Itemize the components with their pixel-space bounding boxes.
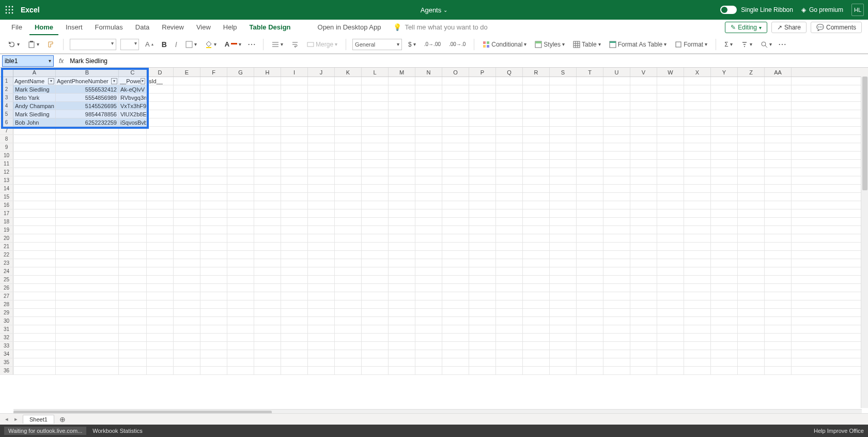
cell[interactable] <box>630 135 657 143</box>
row-header[interactable]: 26 <box>0 284 13 292</box>
cell[interactable] <box>577 309 603 317</box>
cell[interactable] <box>174 259 200 267</box>
cell[interactable] <box>13 176 56 184</box>
row-header[interactable]: 3 <box>0 94 13 101</box>
cell[interactable] <box>523 102 550 110</box>
cell[interactable] <box>415 218 442 225</box>
cell[interactable] <box>550 218 577 225</box>
cell[interactable] <box>765 284 792 292</box>
cell[interactable] <box>442 102 469 110</box>
cell[interactable] <box>469 292 496 300</box>
format-as-table-button[interactable]: Format As Table▾ <box>607 40 669 49</box>
cell[interactable] <box>56 267 119 275</box>
cell[interactable] <box>281 350 308 358</box>
cell[interactable] <box>577 350 603 358</box>
cell[interactable] <box>174 218 200 225</box>
cell[interactable] <box>550 276 577 283</box>
cell[interactable] <box>308 143 335 151</box>
cell[interactable] <box>684 267 711 275</box>
cell[interactable] <box>415 325 442 333</box>
cell[interactable] <box>577 193 603 201</box>
cell[interactable] <box>469 185 496 192</box>
cell[interactable] <box>657 234 684 242</box>
cell[interactable] <box>281 259 308 267</box>
row-header[interactable]: 23 <box>0 259 13 267</box>
cell[interactable] <box>174 317 200 325</box>
cell[interactable] <box>550 118 577 126</box>
cell[interactable] <box>657 367 684 374</box>
cell[interactable] <box>603 77 630 85</box>
cell[interactable] <box>174 284 200 292</box>
cell[interactable] <box>738 85 765 93</box>
cell[interactable] <box>469 77 496 85</box>
cell[interactable] <box>254 193 281 201</box>
cell[interactable] <box>523 143 550 151</box>
cell[interactable] <box>147 176 174 184</box>
cell[interactable] <box>577 276 603 283</box>
cell[interactable] <box>13 127 56 134</box>
cell[interactable] <box>254 325 281 333</box>
cell[interactable] <box>200 102 227 110</box>
app-launcher-icon[interactable] <box>4 5 14 15</box>
cell[interactable] <box>469 317 496 325</box>
row-header[interactable]: 34 <box>0 350 13 358</box>
row-header[interactable]: 18 <box>0 218 13 225</box>
cell[interactable] <box>711 367 738 374</box>
cell[interactable] <box>227 201 254 209</box>
cell[interactable] <box>254 160 281 168</box>
cell[interactable] <box>281 218 308 225</box>
cell[interactable] <box>56 143 119 151</box>
cell[interactable] <box>577 185 603 192</box>
cell[interactable] <box>389 85 415 93</box>
cell[interactable] <box>630 127 657 134</box>
cell[interactable] <box>765 226 792 234</box>
cell[interactable] <box>119 292 147 300</box>
cell[interactable] <box>765 185 792 192</box>
cell[interactable] <box>469 201 496 209</box>
vertical-scrollbar[interactable] <box>861 77 868 408</box>
cell[interactable] <box>496 358 523 366</box>
col-header-E[interactable]: E <box>174 68 200 77</box>
cell[interactable] <box>711 110 738 118</box>
cell[interactable] <box>389 160 415 168</box>
cell[interactable] <box>523 209 550 217</box>
cell[interactable] <box>308 201 335 209</box>
cell[interactable] <box>362 143 389 151</box>
cell[interactable] <box>765 325 792 333</box>
cell[interactable] <box>657 267 684 275</box>
cell[interactable] <box>711 85 738 93</box>
cell[interactable] <box>684 135 711 143</box>
row-header[interactable]: 20 <box>0 234 13 242</box>
cell[interactable] <box>147 325 174 333</box>
cell[interactable] <box>200 267 227 275</box>
cell[interactable] <box>174 102 200 110</box>
cell[interactable] <box>469 334 496 341</box>
cell[interactable] <box>603 259 630 267</box>
cell[interactable] <box>765 135 792 143</box>
cell[interactable] <box>630 325 657 333</box>
cell[interactable] <box>738 185 765 192</box>
cell[interactable] <box>657 85 684 93</box>
cell[interactable] <box>765 193 792 201</box>
row-header[interactable]: 25 <box>0 276 13 283</box>
cell[interactable] <box>227 234 254 242</box>
cell[interactable] <box>13 358 56 366</box>
cell[interactable] <box>362 300 389 308</box>
cell[interactable] <box>119 209 147 217</box>
cell[interactable] <box>442 358 469 366</box>
cell[interactable] <box>227 334 254 341</box>
cell[interactable] <box>227 292 254 300</box>
cell[interactable] <box>308 300 335 308</box>
cell[interactable] <box>630 226 657 234</box>
cell[interactable] <box>738 152 765 159</box>
cell[interactable] <box>254 276 281 283</box>
cell[interactable] <box>577 234 603 242</box>
cell[interactable] <box>254 176 281 184</box>
cell[interactable] <box>496 309 523 317</box>
cell[interactable] <box>603 267 630 275</box>
cell[interactable] <box>711 160 738 168</box>
col-header-F[interactable]: F <box>200 68 227 77</box>
cell[interactable] <box>550 209 577 217</box>
cell[interactable] <box>13 201 56 209</box>
row-header[interactable]: 14 <box>0 185 13 192</box>
